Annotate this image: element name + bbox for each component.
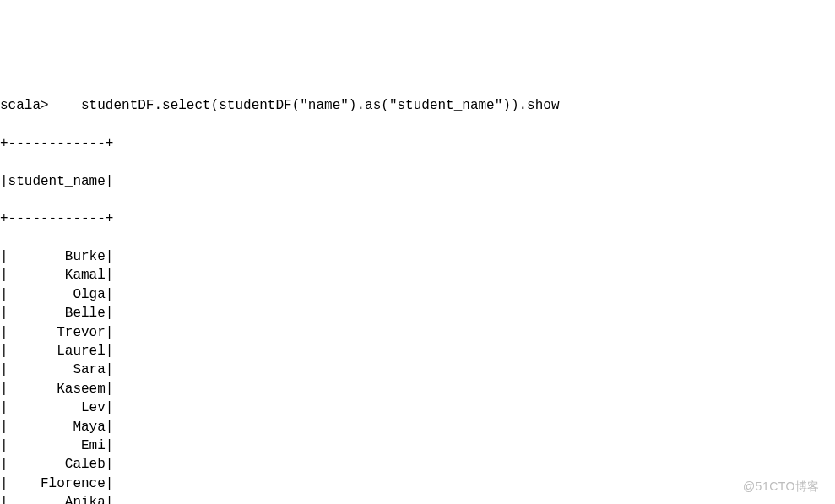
table-header: |student_name|	[0, 172, 835, 191]
table-border-mid: +------------+	[0, 209, 835, 228]
table-rows: | Burke| | Kamal| | Olga| | Belle| | Tre…	[0, 247, 835, 504]
terminal-output: scala> studentDF.select(studentDF("name"…	[0, 76, 835, 504]
command-line: scala> studentDF.select(studentDF("name"…	[0, 96, 835, 115]
table-border-top: +------------+	[0, 134, 835, 153]
command-text: studentDF.select(studentDF("name").as("s…	[49, 98, 560, 113]
prompt: scala>	[0, 98, 49, 113]
watermark: @51CTO博客	[743, 479, 820, 496]
